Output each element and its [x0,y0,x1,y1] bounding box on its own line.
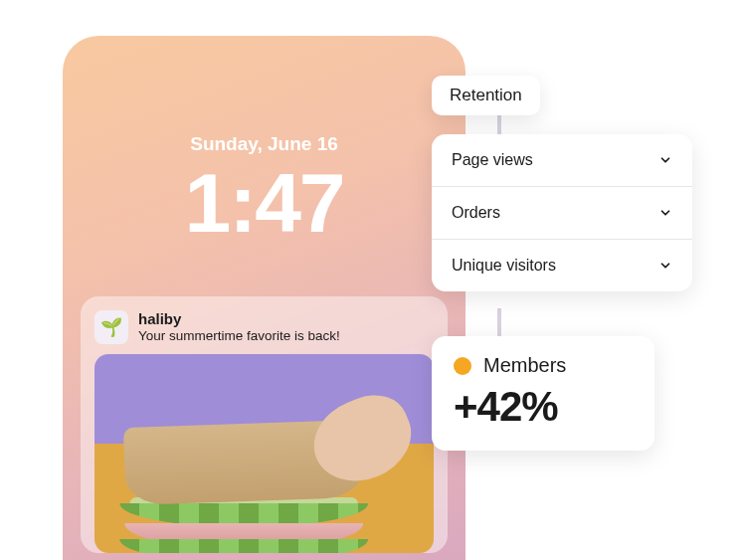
members-card: Members +42% [432,336,654,451]
notification-app-icon: 🌱 [94,310,128,344]
phone-frame: Sunday, June 16 1:47 🌱 haliby Your summe… [53,26,475,560]
members-label: Members [483,354,566,377]
metric-label: Orders [452,204,500,222]
metric-label: Unique visitors [452,257,556,275]
notification-image [94,354,434,553]
members-dot-icon [454,357,471,375]
members-delta-value: +42% [454,383,633,431]
notification-header: 🌱 haliby Your summertime favorite is bac… [94,310,434,344]
retention-chip[interactable]: Retention [432,76,540,115]
metrics-card: Page views Orders Unique visitors [432,134,692,291]
retention-label: Retention [450,86,522,104]
notification-app-name: haliby [138,310,434,327]
sprout-icon: 🌱 [100,316,122,338]
lock-screen-date: Sunday, June 16 [63,133,466,155]
chevron-down-icon [658,153,672,167]
phone-lock-screen: Sunday, June 16 1:47 🌱 haliby Your summe… [63,36,466,560]
metric-row-unique-visitors[interactable]: Unique visitors [432,240,692,291]
metric-row-page-views[interactable]: Page views [432,134,692,187]
members-label-row: Members [454,354,633,377]
lock-screen-time: 1:47 [63,155,466,252]
chevron-down-icon [658,259,672,273]
connector-line [497,308,501,338]
metric-label: Page views [452,151,533,169]
metric-row-orders[interactable]: Orders [432,187,692,240]
notification-text: haliby Your summertime favorite is back! [138,310,434,343]
notification-message: Your summertime favorite is back! [138,328,434,343]
chevron-down-icon [658,206,672,220]
sandwich-illustration [114,424,373,553]
notification-card[interactable]: 🌱 haliby Your summertime favorite is bac… [81,296,448,553]
